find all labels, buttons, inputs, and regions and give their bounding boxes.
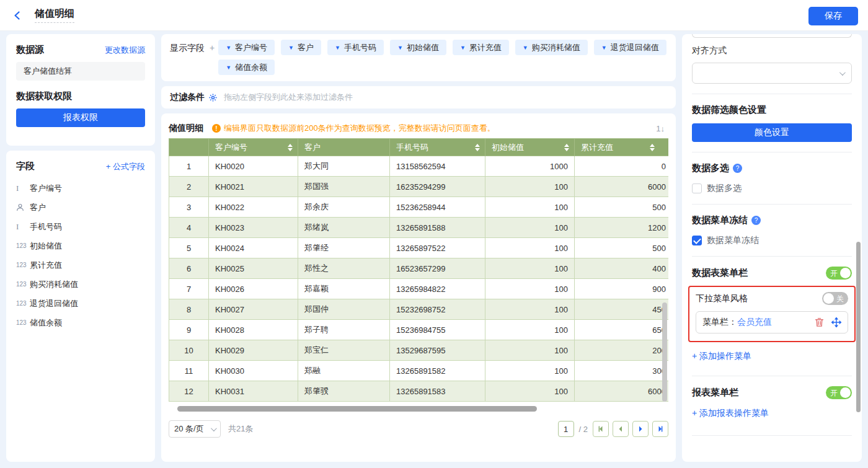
sort-icon[interactable] <box>564 144 569 151</box>
display-field-chip[interactable]: ▼客户编号 <box>218 40 275 55</box>
sort-icon[interactable] <box>650 144 655 151</box>
table-row[interactable]: 1KH0020郑大同1315856259410000 <box>169 156 669 177</box>
back-icon[interactable] <box>10 8 25 23</box>
sort-icon[interactable] <box>288 144 293 151</box>
display-field-chip[interactable]: ▼手机号码 <box>327 40 384 55</box>
dropdown-triangle-icon[interactable]: ▼ <box>523 45 528 51</box>
help-icon[interactable]: ? <box>733 164 742 173</box>
last-page-button[interactable] <box>652 421 668 437</box>
help-icon[interactable]: ? <box>751 216 761 225</box>
column-header[interactable]: 客户编号 <box>209 139 298 156</box>
dropdown-triangle-icon[interactable]: ▼ <box>288 45 294 51</box>
table-row[interactable]: 5KH0024郑肇经13265897522100500 <box>169 238 669 258</box>
display-field-chip[interactable]: ▼累计充值 <box>453 40 509 55</box>
display-field-chip[interactable]: ▼退货退回储值 <box>594 40 666 55</box>
vertical-scrollbar[interactable] <box>662 302 667 402</box>
column-header-label: 手机号码 <box>396 143 428 152</box>
dropdown-triangle-icon[interactable]: ▼ <box>397 45 403 51</box>
table-row[interactable]: 12KH0031郑肇骙132658915831006000 <box>169 381 669 402</box>
add-action-menu-link[interactable]: + 添加操作菜单 <box>692 351 751 362</box>
horizontal-scrollbar[interactable] <box>177 406 537 412</box>
add-display-field-icon[interactable]: + <box>210 43 215 76</box>
row-number-cell: 12 <box>169 381 209 402</box>
first-page-button[interactable] <box>593 421 609 437</box>
field-item-label: 客户编号 <box>30 183 62 194</box>
table-cell: 100 <box>485 299 575 320</box>
prev-page-button[interactable] <box>613 421 629 437</box>
table-cell: 13265891582 <box>390 361 485 381</box>
field-item[interactable]: 123储值余额 <box>16 313 145 332</box>
field-item[interactable]: I手机号码 <box>16 217 145 236</box>
column-header[interactable]: 累计充值 <box>575 139 669 156</box>
report-menu-toggle[interactable]: 开 <box>826 386 852 399</box>
next-page-button[interactable] <box>632 421 649 437</box>
change-datasource-link[interactable]: 更改数据源 <box>105 45 145 56</box>
column-header[interactable]: 初始储值 <box>485 139 575 156</box>
table-row[interactable]: 11KH0030郑融13265891582100300 <box>169 361 669 381</box>
display-field-chip[interactable]: ▼储值余额 <box>218 60 275 75</box>
table-row[interactable]: 7KH0026郑嘉颖13265984822100900 <box>169 279 669 299</box>
dropdown-triangle-icon[interactable]: ▼ <box>335 45 340 51</box>
trash-icon[interactable] <box>815 317 824 327</box>
align-select[interactable] <box>692 63 852 84</box>
report-permission-button[interactable]: 报表权限 <box>16 108 145 127</box>
color-settings-button[interactable]: 颜色设置 <box>692 123 852 142</box>
display-field-chip[interactable]: ▼初始储值 <box>390 40 446 55</box>
current-page-box[interactable]: 1 <box>558 421 574 437</box>
menu-bar-item[interactable]: 菜单栏： 会员充值 <box>696 311 848 333</box>
field-item[interactable]: 客户 <box>16 198 145 217</box>
field-item[interactable]: I客户编号 <box>16 179 145 198</box>
menu-freeze-title: 数据菜单冻结 ? <box>692 214 852 226</box>
field-item[interactable]: 123退货退回储值 <box>16 294 145 313</box>
dropdown-triangle-icon[interactable]: ▼ <box>460 45 466 51</box>
field-item[interactable]: 123累计充值 <box>16 255 145 275</box>
table-row[interactable]: 4KH0023郑绪岚132658915881001200 <box>169 218 669 238</box>
menu-bar-value[interactable]: 会员充值 <box>737 317 772 328</box>
table-row[interactable]: 10KH0029郑宝仁13529687595100200 <box>169 340 669 361</box>
menu-freeze-checkbox-row[interactable]: 数据菜单冻结 <box>692 235 852 246</box>
chip-label: 储值余额 <box>235 62 267 73</box>
gear-icon[interactable] <box>208 93 218 102</box>
move-icon[interactable] <box>831 317 841 327</box>
dropdown-triangle-icon[interactable]: ▼ <box>226 45 231 51</box>
table-row[interactable]: 2KH0021郑国强162352942991006000 <box>169 177 669 197</box>
table-menu-toggle[interactable]: 开 <box>826 267 852 280</box>
table-cell: 15236258944 <box>390 197 485 218</box>
table-row[interactable]: 3KH0022郑余庆15236258944100500 <box>169 197 669 218</box>
add-report-action-menu-link[interactable]: + 添加报表操作菜单 <box>692 408 769 419</box>
panel-scrollbar[interactable] <box>856 242 861 412</box>
dropdown-triangle-icon[interactable]: ▼ <box>226 64 231 71</box>
table-cell: KH0031 <box>209 381 298 402</box>
numeric-sort-icon[interactable]: 1↓ <box>652 123 668 135</box>
table-row[interactable]: 8KH0027郑国仲15232698752100450 <box>169 299 669 320</box>
table-row[interactable]: 9KH0028郑子聘15236984755100650 <box>169 320 669 340</box>
multi-select-checkbox-row[interactable]: 数据多选 <box>692 183 852 194</box>
column-header[interactable]: 手机号码 <box>390 139 485 156</box>
page-title[interactable]: 储值明细 <box>35 7 74 23</box>
multi-select-checkbox[interactable] <box>692 183 702 193</box>
field-item[interactable]: 123购买消耗储值 <box>16 275 145 294</box>
sort-icon[interactable] <box>475 144 480 151</box>
table-row[interactable]: 6KH0025郑性之16523657299100400 <box>169 258 669 279</box>
column-header-label: 客户编号 <box>215 143 247 152</box>
toggle-knob <box>823 293 834 304</box>
total-pages: / 2 <box>579 425 588 434</box>
data-table: 客户编号客户手机号码初始储值累计充值 1KH0020郑大同13158562594… <box>169 138 668 402</box>
table-cell: 15236984755 <box>390 320 485 340</box>
divider <box>692 204 852 205</box>
row-number-cell: 9 <box>169 320 209 340</box>
datasource-value[interactable]: 客户储值结算 <box>16 62 145 81</box>
filter-panel[interactable]: 过滤条件 拖动左侧字段到此处来添加过滤条件 <box>161 86 676 108</box>
table-cell: 500 <box>575 238 669 258</box>
table-cell: 郑国仲 <box>298 299 390 320</box>
display-field-chip[interactable]: ▼客户 <box>281 40 321 55</box>
field-item[interactable]: 123初始储值 <box>16 236 145 255</box>
page-size-select[interactable]: 20 条/页 <box>169 420 221 438</box>
field-item-label: 购买消耗储值 <box>30 279 78 290</box>
dropdown-style-toggle[interactable]: 关 <box>822 292 848 305</box>
menu-freeze-checkbox[interactable] <box>692 236 702 245</box>
display-field-chip[interactable]: ▼购买消耗储值 <box>515 40 588 55</box>
dropdown-triangle-icon[interactable]: ▼ <box>601 45 607 51</box>
save-button[interactable]: 保存 <box>808 7 858 25</box>
formula-field-link[interactable]: + 公式字段 <box>106 161 145 172</box>
